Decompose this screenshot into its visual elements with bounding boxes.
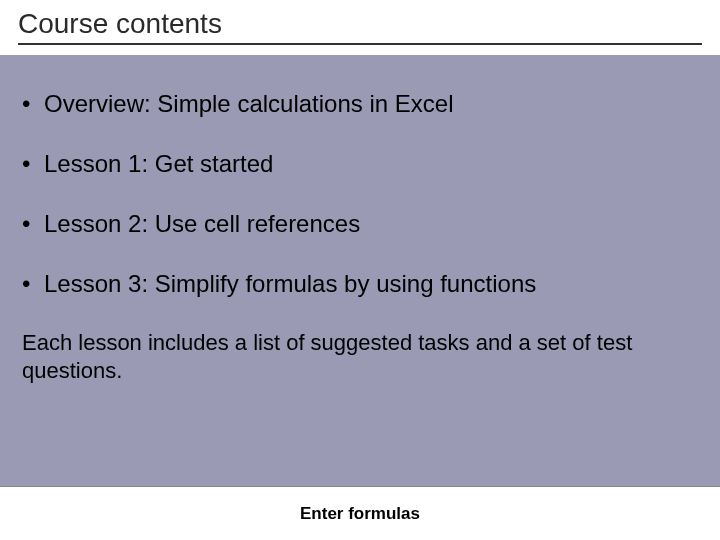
bullet-item: Overview: Simple calculations in Excel xyxy=(22,89,698,119)
slide: Course contents Overview: Simple calcula… xyxy=(0,0,720,540)
body-area: Overview: Simple calculations in Excel L… xyxy=(0,55,720,486)
bullet-item: Lesson 1: Get started xyxy=(22,149,698,179)
note-text: Each lesson includes a list of suggested… xyxy=(22,329,662,384)
bullet-item: Lesson 2: Use cell references xyxy=(22,209,698,239)
title-underline xyxy=(18,43,702,45)
bullet-item: Lesson 3: Simplify formulas by using fun… xyxy=(22,269,698,299)
footer-area: Enter formulas xyxy=(0,486,720,540)
slide-title: Course contents xyxy=(18,8,702,40)
footer-text: Enter formulas xyxy=(300,504,420,524)
bullet-list: Overview: Simple calculations in Excel L… xyxy=(22,89,698,299)
title-area: Course contents xyxy=(0,0,720,55)
